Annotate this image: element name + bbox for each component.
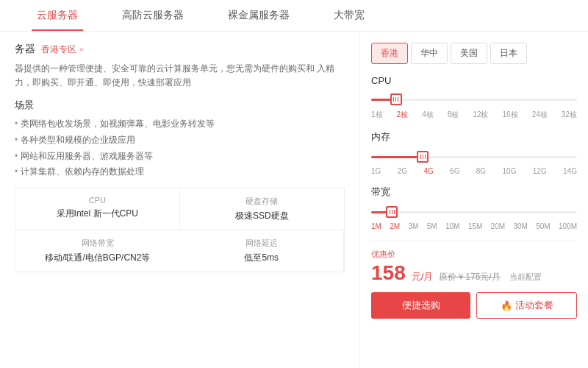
memory-label: 内存 xyxy=(371,130,577,144)
product-description: 器提供的一种管理便捷、安全可靠的云计算服务单元，您无需为硬件的购买和 入精力，即… xyxy=(15,62,345,90)
region-link[interactable]: 香港专区 xyxy=(41,43,76,56)
tab-bandwidth[interactable]: 大带宽 xyxy=(312,0,387,31)
bandwidth-label: 带宽 xyxy=(371,185,577,199)
thumb-lines xyxy=(390,210,395,214)
tick: 4核 xyxy=(422,110,434,120)
cpu-track xyxy=(371,99,577,101)
memory-thumb[interactable] xyxy=(417,151,429,163)
price-value: 158 xyxy=(371,261,406,285)
tab-ddos[interactable]: 高防云服务器 xyxy=(100,0,206,31)
cpu-slider[interactable] xyxy=(371,92,577,107)
tick: 15M xyxy=(468,222,482,230)
thumb-lines xyxy=(393,97,398,102)
price-row: 158 元/月 原价￥175元/月 当前配置 xyxy=(371,261,577,285)
tick: 3M xyxy=(409,222,419,230)
list-item: 各种类型和规模的企业级应用 xyxy=(15,132,345,149)
tick: 100M xyxy=(559,222,577,230)
package-button[interactable]: 🔥 活动套餐 xyxy=(476,292,577,319)
scenario-title: 场景 xyxy=(15,99,345,112)
spec-latency-value: 低至5ms xyxy=(191,252,333,264)
breadcrumb-arrow: ＞ xyxy=(78,44,85,54)
tick: 16核 xyxy=(503,110,518,120)
region-tab-usa[interactable]: 美国 xyxy=(451,43,487,64)
left-panel: 务器 香港专区 ＞ 器提供的一种管理便捷、安全可靠的云计算服务单元，您无需为硬件… xyxy=(0,32,360,367)
memory-slider[interactable] xyxy=(371,149,577,164)
spec-latency-label: 网络延迟 xyxy=(191,238,333,249)
top-navigation: 云服务器 高防云服务器 裸金属服务器 大带宽 xyxy=(0,0,588,32)
tick: 8核 xyxy=(448,110,459,120)
spec-network-value: 移动/联通/电信BGP/CN2等 xyxy=(26,252,169,264)
region-tab-hongkong[interactable]: 香港 xyxy=(371,43,408,64)
thumb-line xyxy=(394,210,395,214)
thumb-line xyxy=(425,155,426,159)
bandwidth-thumb[interactable] xyxy=(386,206,398,218)
memory-track xyxy=(371,156,577,158)
tick-active: 2M xyxy=(390,222,400,230)
tick: 1G xyxy=(371,167,381,175)
tick: 2G xyxy=(398,167,407,175)
tab-bare-metal[interactable]: 裸金属服务器 xyxy=(206,0,312,31)
spec-network-label: 网络带宽 xyxy=(26,238,169,249)
action-buttons: 便捷选购 🔥 活动套餐 xyxy=(371,292,577,319)
price-original: 原价￥175元/月 xyxy=(439,271,500,283)
thumb-line xyxy=(392,210,392,214)
tick-active: 2核 xyxy=(397,110,409,120)
specs-grid: CPU 采用Intel 新一代CPU 硬盘存储 极速SSD硬盘 网络带宽 移动/… xyxy=(15,188,345,272)
tick: 8G xyxy=(476,167,486,175)
tick: 50M xyxy=(536,222,550,230)
tab-cloud[interactable]: 云服务器 xyxy=(15,0,100,31)
tick: 32核 xyxy=(562,110,577,120)
spec-cpu-label: CPU xyxy=(26,196,168,205)
pricing-section: 优惠价 158 元/月 原价￥175元/月 当前配置 xyxy=(371,241,577,285)
tick: 10M xyxy=(445,222,459,230)
spec-cpu-value: 采用Intel 新一代CPU xyxy=(26,208,168,220)
list-item: 网站和应用服务器、游戏服务器等 xyxy=(15,149,345,165)
tick: 10G xyxy=(503,167,517,175)
tick: 30M xyxy=(513,222,527,230)
package-label: 活动套餐 xyxy=(515,299,553,312)
tick: 12G xyxy=(533,167,547,175)
cpu-label: CPU xyxy=(371,75,577,86)
memory-ticks: 1G 2G 4G 6G 8G 10G 12G 14G xyxy=(371,167,577,175)
thumb-line xyxy=(393,97,394,102)
thumb-lines xyxy=(420,155,426,159)
list-item: 计算集群、依赖内存的数据处理 xyxy=(15,164,345,180)
buy-button[interactable]: 便捷选购 xyxy=(371,292,470,319)
server-label: 务器 xyxy=(15,43,35,56)
thumb-line xyxy=(423,155,423,159)
bandwidth-slider[interactable] xyxy=(371,205,577,219)
spec-storage-value: 极速SSD硬盘 xyxy=(191,210,334,222)
spec-latency: 网络延迟 低至5ms xyxy=(180,230,345,272)
region-tabs: 香港 华中 美国 日本 xyxy=(371,43,577,64)
tick: 24核 xyxy=(532,110,548,120)
thumb-line xyxy=(398,97,398,102)
scenario-list: 类网络包收发场景，如视频弹幕、电影业务转发等 各种类型和规模的企业级应用 网站和… xyxy=(15,116,345,180)
tick: 20M xyxy=(491,222,505,230)
breadcrumb: 务器 香港专区 ＞ xyxy=(15,43,345,56)
price-unit: 元/月 xyxy=(412,270,434,283)
region-tab-japan[interactable]: 日本 xyxy=(490,43,527,64)
right-panel: 香港 华中 美国 日本 CPU xyxy=(360,32,588,367)
thumb-line xyxy=(395,97,396,102)
list-item: 类网络包收发场景，如视频弹幕、电影业务转发等 xyxy=(15,116,345,132)
bandwidth-slider-section: 带宽 1M 2M 3M 5M 10 xyxy=(371,185,577,230)
tick: 1核 xyxy=(371,110,383,120)
memory-fill xyxy=(371,156,423,158)
tick: 12核 xyxy=(473,110,488,120)
thumb-line xyxy=(390,210,390,214)
fire-icon: 🔥 xyxy=(501,300,512,311)
cpu-slider-section: CPU 1核 2核 4核 8核 1 xyxy=(371,75,577,120)
tick: 14G xyxy=(563,167,577,175)
main-content: 务器 香港专区 ＞ 器提供的一种管理便捷、安全可靠的云计算服务单元，您无需为硬件… xyxy=(0,32,588,367)
spec-storage-label: 硬盘存储 xyxy=(191,196,334,207)
spec-network: 网络带宽 移动/联通/电信BGP/CN2等 xyxy=(15,230,180,272)
price-note: 当前配置 xyxy=(509,272,542,283)
spec-storage: 硬盘存储 极速SSD硬盘 xyxy=(180,188,345,230)
region-tab-central[interactable]: 华中 xyxy=(411,43,448,64)
bandwidth-track xyxy=(371,211,577,213)
price-label: 优惠价 xyxy=(371,249,577,260)
tick: 5M xyxy=(427,222,437,230)
cpu-thumb[interactable] xyxy=(390,93,402,105)
bandwidth-ticks: 1M 2M 3M 5M 10M 15M 20M 30M 50M 100M xyxy=(371,222,577,230)
tick: 6G xyxy=(450,167,459,175)
